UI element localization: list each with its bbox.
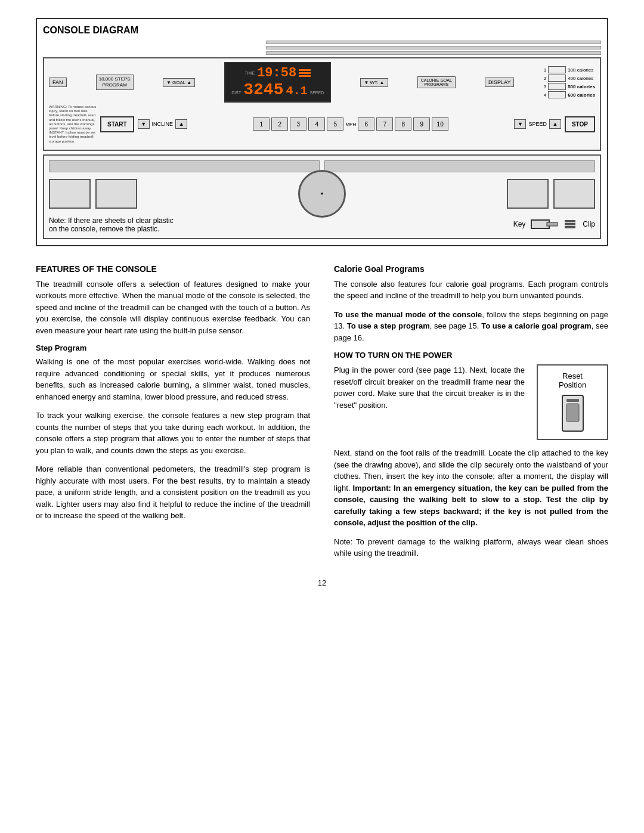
wt-button[interactable]: ▼ WT. ▲	[360, 78, 388, 87]
num-btn-10[interactable]: 10	[432, 117, 448, 131]
calorie-label-1: 300 calories	[568, 67, 593, 73]
incline-down-button[interactable]: ▼	[138, 119, 150, 129]
warning-text: WARNING: To reduce serious injury, stand…	[49, 105, 97, 144]
num-btn-2[interactable]: 2	[271, 117, 288, 131]
lower-left-buttons	[49, 179, 137, 209]
step-program-para3: More reliable than conventional pedomete…	[36, 463, 310, 522]
calorie-label-3: 500 calories	[568, 84, 595, 89]
lower-right-btn-1[interactable]	[507, 179, 549, 209]
10k-steps-button-group[interactable]: 10,000 STEPS PROGRAM	[96, 75, 134, 89]
calorie-item-2: 2 400 calories	[544, 75, 595, 82]
important-text: Important: In an emergency situation, th…	[334, 484, 608, 528]
calorie-label-4: 600 calories	[568, 92, 595, 98]
calorie-goal-button-group[interactable]: CALORIE GOAL PROGRAMS	[417, 76, 456, 88]
left-column: FEATURES OF THE CONSOLE The treadmill co…	[36, 264, 310, 566]
how-to-content-row: Plug in the power cord (see page 11). Ne…	[334, 364, 608, 440]
num-btn-8[interactable]: 8	[395, 117, 411, 131]
console-row2: WARNING: To reduce serious injury, stand…	[49, 105, 595, 144]
mph-label: MPH	[345, 122, 356, 127]
main-content-area: FEATURES OF THE CONSOLE The treadmill co…	[36, 264, 608, 566]
lower-buttons-row: ●	[49, 176, 595, 212]
how-to-power-title: HOW TO TURN ON THE POWER	[334, 351, 608, 360]
how-to-para2: Next, stand on the foot rails of the tre…	[334, 447, 608, 529]
reset-icon-svg	[559, 394, 586, 433]
svg-rect-4	[566, 404, 579, 422]
speed-controls: ▼ SPEED ▲	[514, 119, 561, 129]
reset-label: ResetPosition	[559, 371, 586, 389]
incline-up-button[interactable]: ▲	[175, 119, 187, 129]
num-btn-9[interactable]: 9	[413, 117, 430, 131]
how-to-para3: Note: To prevent damage to the walking p…	[334, 536, 608, 559]
key-clip-diagram: Key Clip	[513, 215, 595, 233]
how-to-power-section: HOW TO TURN ON THE POWER Plug in the pow…	[334, 351, 608, 559]
goal-buttons: ▼ GOAL ▲	[163, 78, 195, 87]
fan-button-group[interactable]: FAN	[49, 78, 67, 87]
calorie-goal-indicators: 1 300 calories 2 400 calories 3 500 calo…	[544, 66, 595, 98]
time-label: TIME	[244, 71, 255, 75]
console-lower-panel: ● Note: If there are sheets of clear pla…	[43, 154, 601, 239]
console-diagram-section: CONSOLE DIAGRAM FAN 10,000 STEPS PROGRAM…	[36, 18, 608, 246]
calorie-goal-button[interactable]: CALORIE GOAL PROGRAMS	[417, 76, 456, 88]
lower-left-btn-1[interactable]	[49, 179, 91, 209]
speed-up-button[interactable]: ▲	[549, 119, 561, 129]
top-bar-lines	[266, 41, 601, 55]
speed-down-button[interactable]: ▼	[514, 119, 526, 129]
how-to-para1: Plug in the power cord (see page 11). Ne…	[334, 364, 525, 411]
fan-button[interactable]: FAN	[49, 78, 67, 87]
calorie-item-3: 3 500 calories	[544, 83, 595, 90]
num-btn-6[interactable]: 6	[358, 117, 374, 131]
features-intro: The treadmill console offers a selection…	[36, 278, 310, 337]
speed-label-btn: SPEED	[528, 121, 547, 127]
center-oval-button[interactable]: ●	[298, 170, 346, 218]
console-main-panel: FAN 10,000 STEPS PROGRAM ▼ GOAL ▲ TIME 1…	[43, 57, 601, 151]
right-column: Calorie Goal Programs The console also f…	[334, 264, 608, 566]
display-button[interactable]: DISPLAY	[485, 78, 514, 87]
top-bar-line-2	[266, 46, 601, 49]
lower-left-btn-2[interactable]	[95, 179, 137, 209]
step-program-para2: To track your walking exercise, the cons…	[36, 410, 310, 456]
note-text-line2: on the console, remove the plastic.	[49, 225, 159, 233]
display-bottom: DIST 3245 4.1 SPEED	[231, 80, 324, 99]
step-program-para1: Walking is one of the most popular exerc…	[36, 356, 310, 402]
top-bar-line-3	[266, 51, 601, 55]
lower-note-text: Note: If there are sheets of clear plast…	[49, 216, 174, 233]
note-text-line1: Note: If there are sheets of clear plast…	[49, 216, 174, 225]
num-btn-4[interactable]: 4	[308, 117, 325, 131]
key-svg	[530, 215, 560, 233]
incline-controls: ▼ INCLINE ▲	[138, 119, 188, 129]
num-btn-7[interactable]: 7	[376, 117, 393, 131]
lower-right-btn-2[interactable]	[553, 179, 595, 209]
calorie-label-2: 400 calories	[568, 76, 593, 81]
key-label: Key	[513, 220, 526, 228]
display-button-group[interactable]: DISPLAY	[485, 78, 514, 87]
display-time: 19:58	[257, 66, 296, 80]
clip-drawing	[565, 220, 575, 228]
lower-note-area: Note: If there are sheets of clear plast…	[49, 215, 595, 233]
lower-right-buttons	[507, 179, 595, 209]
console-diagram-title: CONSOLE DIAGRAM	[43, 25, 601, 36]
dist-label: DIST	[231, 91, 241, 95]
bold-calorie-goal-program: To use a calorie goal program	[481, 321, 592, 330]
wt-buttons: ▼ WT. ▲	[360, 78, 388, 87]
step-program-heading: Step Program	[36, 343, 310, 352]
num-btn-1[interactable]: 1	[253, 117, 270, 131]
console-top-decoration	[43, 41, 601, 55]
speed-label: SPEED	[310, 91, 324, 95]
10k-steps-button[interactable]: 10,000 STEPS PROGRAM	[96, 75, 134, 89]
goal-button[interactable]: ▼ GOAL ▲	[163, 78, 195, 87]
lower-bar-2	[324, 160, 595, 172]
stop-button[interactable]: STOP	[565, 116, 595, 132]
clip-label: Clip	[583, 220, 595, 228]
page-number: 12	[36, 578, 608, 587]
bold-step-program: To use a step program	[347, 321, 430, 330]
svg-rect-1	[547, 222, 558, 226]
display-speed: 4.1	[286, 84, 307, 98]
top-bar-line-1	[266, 41, 601, 44]
calorie-item-4: 4 600 calories	[544, 91, 595, 98]
calorie-wave-1	[548, 66, 566, 73]
start-button[interactable]: START	[100, 116, 134, 132]
bold-manual-mode: To use the manual mode of the console	[334, 310, 482, 319]
num-btn-3[interactable]: 3	[290, 117, 306, 131]
num-btn-5[interactable]: 5	[327, 117, 343, 131]
calorie-goal-heading: Calorie Goal Programs	[334, 264, 608, 274]
